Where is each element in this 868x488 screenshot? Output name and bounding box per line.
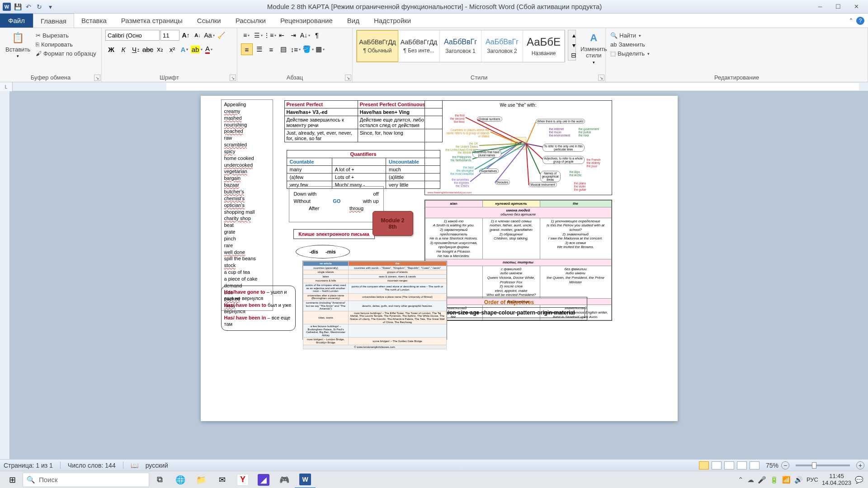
tab-home[interactable]: Главная <box>33 14 74 28</box>
tab-review[interactable]: Рецензирование <box>273 14 340 28</box>
change-styles-button[interactable]: A Изменить стили ▾ <box>579 30 609 66</box>
start-button[interactable]: ⊞ <box>2 471 23 488</box>
align-right-icon[interactable]: ≡ <box>265 43 277 55</box>
tray-expand-icon[interactable]: ⌃ <box>738 476 744 484</box>
styles-down-icon[interactable]: ▾ <box>568 40 579 50</box>
ribbon-minimize-icon[interactable]: ⌃ <box>849 17 854 24</box>
style-item[interactable]: АаБбВвГгДд¶ Без инте... <box>398 30 440 62</box>
keyboard-lang[interactable]: РУС <box>807 476 818 483</box>
font-name-combo[interactable]: Calibri (Осно <box>105 30 160 41</box>
explorer-icon[interactable]: 📁 <box>191 471 212 488</box>
borders-icon[interactable]: ▦ <box>314 43 326 55</box>
paste-button[interactable]: 📋 Вставить ▾ <box>4 30 32 59</box>
outline-view[interactable] <box>737 461 747 469</box>
qat-customize-icon[interactable]: ▾ <box>45 2 55 12</box>
styles-more-icon[interactable]: ⊟ <box>568 50 579 60</box>
language-status[interactable]: русский <box>146 462 168 469</box>
select-button[interactable]: ⬚Выделить▾ <box>609 50 864 57</box>
onedrive-icon[interactable]: ☁ <box>747 476 754 484</box>
xbox-icon[interactable]: 🎮 <box>274 471 295 488</box>
page-status[interactable]: Страница: 1 из 1 <box>4 462 53 469</box>
page[interactable]: Appealingcreamymashednourishingpoachedra… <box>201 96 678 421</box>
tab-layout[interactable]: Разметка страницы <box>114 14 190 28</box>
tab-references[interactable]: Ссылки <box>190 14 228 28</box>
tab-addins[interactable]: Надстройки <box>367 14 418 28</box>
cut-button[interactable]: ✂Вырезать <box>35 32 97 39</box>
task-view-icon[interactable]: ⧉ <box>149 471 170 488</box>
print-layout-view[interactable] <box>699 461 709 469</box>
clock[interactable]: 11:4514.04.2023 <box>822 473 851 486</box>
mic-icon[interactable]: 🎤 <box>758 476 766 484</box>
zoom-level[interactable]: 75% <box>766 462 778 469</box>
zoom-slider[interactable] <box>796 465 850 466</box>
ruler-corner[interactable]: L <box>0 82 13 91</box>
style-item[interactable]: АаБбВвГгЗаголовок 2 <box>481 30 523 62</box>
replace-button[interactable]: abЗаменить <box>609 41 864 48</box>
styles-gallery[interactable]: АаБбВвГгДд¶ ОбычныйАаБбВвГгДд¶ Без инте.… <box>356 30 565 62</box>
word-icon[interactable]: W <box>2 2 12 12</box>
proof-icon[interactable]: 📖 <box>131 462 138 469</box>
app-icon-1[interactable]: ◢ <box>253 471 274 488</box>
zoom-out-icon[interactable]: − <box>781 461 789 469</box>
web-view[interactable] <box>724 461 734 469</box>
align-center-icon[interactable]: ☰ <box>253 43 265 55</box>
font-launcher[interactable]: ↘ <box>230 75 236 81</box>
numbering-icon[interactable]: ☰ <box>253 30 264 41</box>
multilevel-icon[interactable]: ⋮≡ <box>264 30 275 41</box>
show-marks-icon[interactable]: ¶ <box>311 30 322 41</box>
shrink-font-icon[interactable]: A↓ <box>192 30 203 41</box>
taskbar-search[interactable]: 🔍Поиск <box>23 473 149 487</box>
bold-button[interactable]: Ж <box>105 43 117 55</box>
bullets-icon[interactable]: ≡ <box>241 30 252 41</box>
tab-mailings[interactable]: Рассылки <box>228 14 273 28</box>
tab-insert[interactable]: Вставка <box>74 14 114 28</box>
notifications-icon[interactable]: 💬 <box>855 476 863 484</box>
horizontal-ruler[interactable] <box>166 83 859 90</box>
align-left-icon[interactable]: ≡ <box>241 43 253 55</box>
format-painter-button[interactable]: 🖌Формат по образцу <box>35 50 97 57</box>
change-case-icon[interactable]: Aa <box>204 30 215 41</box>
clipboard-launcher[interactable]: ↘ <box>94 75 100 81</box>
save-icon[interactable]: 💾 <box>13 2 23 12</box>
tab-file[interactable]: Файл <box>0 14 33 28</box>
para-launcher[interactable]: ↘ <box>345 75 351 81</box>
grow-font-icon[interactable]: A↑ <box>180 30 191 41</box>
text-effects-icon[interactable]: A <box>179 43 190 55</box>
style-item[interactable]: АаБбЕНазвание <box>523 30 565 62</box>
tab-view[interactable]: Вид <box>340 14 367 28</box>
subscript-button[interactable]: x₂ <box>154 43 166 55</box>
italic-button[interactable]: К <box>118 43 129 55</box>
volume-icon[interactable]: 🔊 <box>794 476 803 484</box>
draft-view[interactable] <box>750 461 760 469</box>
help-icon[interactable]: ? <box>856 17 864 25</box>
maximize-button[interactable]: ☐ <box>832 2 844 12</box>
font-size-combo[interactable]: 11 <box>160 30 179 41</box>
undo-icon[interactable]: ↶ <box>24 2 33 12</box>
increase-indent-icon[interactable]: ⇥ <box>288 30 299 41</box>
redo-icon[interactable]: ↻ <box>34 2 44 12</box>
underline-button[interactable]: Ч <box>130 43 142 55</box>
close-button[interactable]: ✕ <box>850 2 863 12</box>
style-item[interactable]: АаБбВвГгЗаголовок 1 <box>440 30 481 62</box>
superscript-button[interactable]: x² <box>166 43 178 55</box>
find-button[interactable]: 🔍Найти▾ <box>609 32 864 39</box>
word-count[interactable]: Число слов: 144 <box>68 462 116 469</box>
clear-format-icon[interactable]: 🧹 <box>216 30 226 41</box>
vertical-ruler[interactable] <box>0 91 10 471</box>
minimize-button[interactable]: ─ <box>814 2 826 12</box>
styles-launcher[interactable]: ↘ <box>598 75 604 81</box>
shading-icon[interactable]: 🪣 <box>302 43 314 55</box>
word-taskbar-icon[interactable]: W <box>295 471 316 488</box>
font-color-icon[interactable]: A <box>203 43 215 55</box>
reading-view[interactable] <box>712 461 722 469</box>
yandex-icon[interactable]: Y <box>232 471 253 488</box>
mail-icon[interactable]: ✉ <box>212 471 232 488</box>
copy-button[interactable]: ⎘Копировать <box>35 41 97 48</box>
decrease-indent-icon[interactable]: ⇤ <box>276 30 287 41</box>
wifi-icon[interactable]: 📶 <box>782 476 791 484</box>
line-spacing-icon[interactable]: ↕≡ <box>290 43 302 55</box>
styles-up-icon[interactable]: ▴ <box>568 30 579 40</box>
battery-icon[interactable]: 🔋 <box>770 476 778 484</box>
style-item[interactable]: АаБбВвГгДд¶ Обычный <box>357 30 398 62</box>
zoom-in-icon[interactable]: + <box>856 461 864 469</box>
